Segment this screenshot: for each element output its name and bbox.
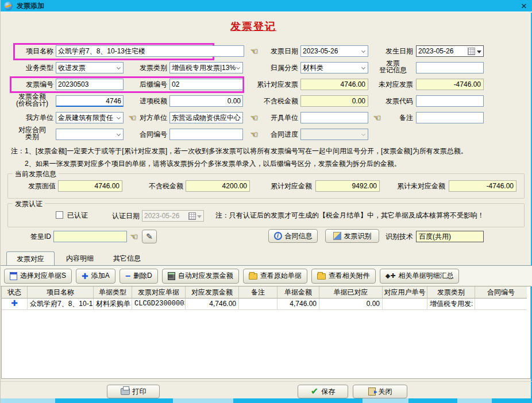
- col-remark[interactable]: 备注: [239, 286, 277, 299]
- input-tax-input[interactable]: [169, 95, 243, 107]
- cell-invoice-type: 增值税专用发:: [427, 299, 475, 310]
- folder-icon: [317, 273, 326, 280]
- memo-pen-button[interactable]: ✎: [142, 230, 157, 243]
- belong-class-combo[interactable]: 材料类: [300, 62, 368, 73]
- contract-no-input[interactable]: [169, 129, 243, 140]
- col-doc-matched[interactable]: 单据已对应: [319, 286, 383, 299]
- cum-unmatched-field: -4746.00: [449, 180, 516, 192]
- date-drop-icon[interactable]: [477, 51, 481, 53]
- footer-divider: [1, 381, 532, 382]
- contract-class-combo[interactable]: [56, 129, 124, 140]
- invoice-date-combo[interactable]: 2023-05-26: [300, 45, 368, 57]
- close-button[interactable]: 关闭: [353, 385, 407, 398]
- invoice-no-label: 发票编号: [11, 79, 53, 90]
- issue-unit-input[interactable]: [300, 112, 368, 123]
- invoice-ocr-label: 发票识别: [344, 231, 372, 241]
- close-icon[interactable]: ×: [521, 1, 527, 11]
- ocr-tech-field: 百度(共用): [416, 231, 484, 242]
- certified-checkbox[interactable]: [56, 211, 63, 219]
- view-original-label: 查看原始单据: [260, 271, 302, 281]
- remark-label: 备注: [383, 112, 413, 123]
- print-label: 打印: [133, 387, 147, 397]
- contract-progress-label: 合同进度: [258, 129, 298, 140]
- chevron-down-icon: [236, 65, 240, 69]
- business-type-combo[interactable]: 收进发票: [56, 62, 124, 73]
- face-value-field: 4746.00: [58, 180, 122, 192]
- other-unit-input[interactable]: [169, 112, 243, 123]
- col-doc-amount[interactable]: 单据金额: [277, 286, 319, 299]
- invoice-ocr-button[interactable]: 发票识别: [325, 229, 379, 243]
- contract-progress-combo[interactable]: [300, 129, 368, 140]
- folder-icon: [249, 273, 257, 280]
- invoice-no-input[interactable]: [56, 79, 124, 90]
- table-row[interactable]: ✚ 众凯学府7、8、10-1: 材料采购单 CLCGD230000038 4,7…: [2, 299, 530, 310]
- view-original-button[interactable]: 查看原始单据: [243, 269, 307, 284]
- title-bar: 发票添加 ×: [1, 0, 532, 13]
- print-button[interactable]: 打印: [107, 385, 160, 398]
- notepad-icon: [10, 272, 17, 280]
- background-window-strip: [1, 398, 532, 403]
- col-project[interactable]: 项目名称: [28, 286, 94, 299]
- tab-other-info[interactable]: 其它信息: [105, 251, 149, 266]
- amount-input[interactable]: [56, 95, 124, 107]
- invoice-code-input[interactable]: [416, 95, 484, 107]
- row-status-plus-icon: ✚: [11, 299, 18, 308]
- memo-id-input[interactable]: [53, 231, 127, 242]
- invoice-date-label: 发票日期: [258, 45, 298, 57]
- detail-summary-button[interactable]: ◆✚相关单据明细汇总: [380, 269, 460, 284]
- invoice-type-combo[interactable]: 增值税专用发票|13%: [169, 62, 243, 73]
- table-header-row: 状态 项目名称 单据类型 发票对应单据 对应发票金额 备注 单据金额 单据已对应…: [2, 286, 530, 299]
- checkmark-icon: ✔: [311, 387, 318, 396]
- app-globe-icon: [4, 2, 13, 10]
- suffix-no-input[interactable]: [169, 79, 243, 90]
- background-window-tab: [173, 398, 233, 403]
- col-doc-no[interactable]: 发票对应单据: [132, 286, 186, 299]
- our-unit-value: 金辰建筑有限责任: [58, 114, 113, 122]
- certification-title: 发票认证: [13, 199, 45, 209]
- calendar-icon[interactable]: [468, 48, 475, 55]
- cert-date-picker[interactable]: 2023-05-26: [142, 210, 204, 222]
- occur-date-value: 2023-05-26: [418, 47, 453, 55]
- cum-unmatched-label: 累计未对应金额: [384, 180, 445, 192]
- register-info-input[interactable]: [416, 62, 484, 73]
- memo-hand-icon[interactable]: ☜: [128, 231, 140, 242]
- view-attachment-button[interactable]: 查看相关附件: [311, 269, 376, 284]
- col-status[interactable]: 状态: [2, 286, 28, 299]
- col-doc-type[interactable]: 单据类型: [94, 286, 132, 299]
- cum-matched-field: 4746.00: [300, 79, 368, 90]
- contract-class-label: 对应合同类别: [11, 126, 53, 140]
- auto-match-label: 自动对应发票金额: [178, 271, 233, 281]
- issue-unit-hand-icon[interactable]: ☜: [371, 112, 383, 123]
- save-button[interactable]: ✔保存: [298, 385, 348, 398]
- occur-date-picker[interactable]: 2023-05-26: [416, 45, 484, 57]
- current-invoice-title: 当前发票信息: [13, 169, 59, 179]
- cum-matched-label: 累计对应发票: [253, 79, 298, 90]
- contract-info-button[interactable]: i合同信息: [268, 229, 318, 243]
- select-doc-label: 选择对应单据S: [20, 271, 66, 281]
- ci-excl-tax-field: 4200.00: [186, 180, 250, 192]
- calendar-icon: [188, 212, 196, 220]
- col-contract-no[interactable]: 合同编号: [475, 286, 527, 299]
- save-label: 保存: [321, 387, 335, 397]
- our-unit-combo[interactable]: 金辰建筑有限责任: [56, 112, 124, 123]
- auto-match-button[interactable]: 自动对应发票金额: [162, 269, 239, 284]
- note-line-1: 注：1、[发票金额]一定要大于或等于[累计对应发票]，若一次收到多张发票可以将所…: [11, 146, 468, 156]
- tab-invoice-matching[interactable]: 发票对应: [6, 251, 55, 266]
- delete-button[interactable]: −删除D: [119, 269, 158, 284]
- project-name-input[interactable]: [56, 45, 244, 57]
- select-doc-button[interactable]: 选择对应单据S: [4, 269, 72, 284]
- plus-icon: ✚: [82, 272, 88, 280]
- add-button[interactable]: ✚添加A: [76, 269, 115, 284]
- background-window-tab: [363, 398, 408, 403]
- tab-content-detail[interactable]: 内容明细: [56, 251, 104, 266]
- col-matched-amount[interactable]: 对应发票金额: [186, 286, 239, 299]
- col-invoice-type[interactable]: 发票类别: [427, 286, 475, 299]
- remark-input[interactable]: [416, 112, 484, 123]
- ocr-icon: [333, 232, 341, 240]
- suffix-no-label: 后缀编号: [132, 79, 167, 90]
- minus-icon: −: [125, 273, 130, 279]
- ci-excl-tax-label: 不含税金额: [138, 180, 183, 192]
- detail-summary-label: 相关单据明细汇总: [398, 271, 453, 281]
- col-user-doc-no[interactable]: 对应用户单号: [383, 286, 427, 299]
- certification-note: 注：只有认证后的发票才可生成的【税金月结单】中，其它单据及成本核算将不受影响！: [215, 211, 484, 220]
